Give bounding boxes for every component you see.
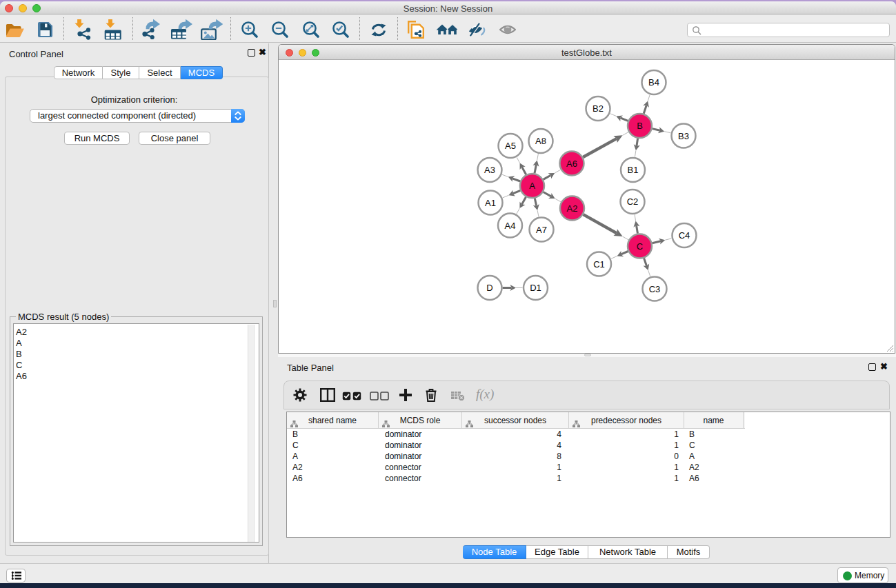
svg-text:C: C [637, 241, 643, 252]
svg-text:A5: A5 [505, 141, 516, 151]
svg-text:D1: D1 [530, 283, 541, 293]
svg-text:A4: A4 [505, 221, 516, 231]
svg-text:A: A [529, 181, 535, 191]
svg-text:D: D [486, 283, 492, 293]
svg-text:A3: A3 [484, 165, 495, 175]
svg-text:B1: B1 [628, 165, 639, 175]
svg-text:A6: A6 [566, 159, 577, 169]
svg-text:B4: B4 [648, 77, 659, 88]
svg-text:C1: C1 [593, 259, 605, 270]
svg-text:C2: C2 [627, 196, 639, 207]
svg-text:C4: C4 [679, 230, 690, 241]
svg-text:A7: A7 [536, 225, 547, 235]
svg-text:A1: A1 [485, 198, 496, 208]
svg-text:A8: A8 [535, 136, 546, 146]
svg-text:A2: A2 [567, 203, 578, 214]
svg-text:B3: B3 [678, 131, 689, 141]
svg-text:B2: B2 [593, 103, 604, 114]
svg-text:B: B [637, 121, 643, 131]
svg-text:C3: C3 [649, 284, 661, 294]
